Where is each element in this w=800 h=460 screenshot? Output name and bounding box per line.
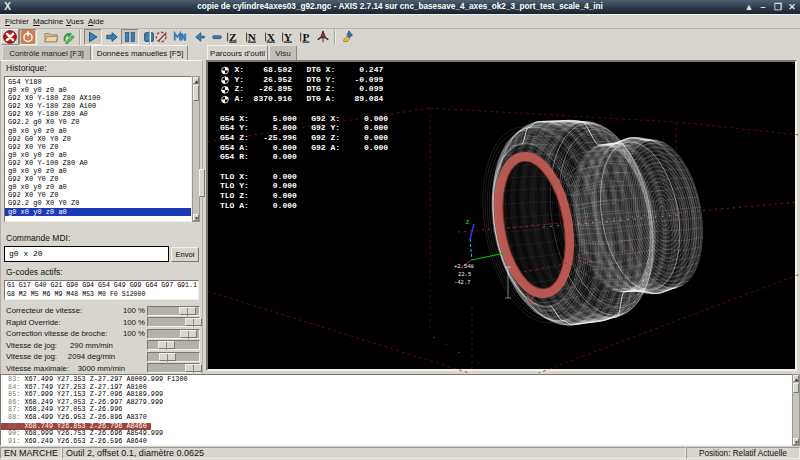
- svg-text:-42.7: -42.7: [454, 279, 471, 286]
- svg-text:N: N: [248, 31, 257, 43]
- svg-text:+2.548: +2.548: [454, 263, 474, 270]
- svg-text:22.5: 22.5: [458, 271, 471, 278]
- svg-text:Z: Z: [466, 220, 469, 226]
- svg-text:P: P: [302, 31, 309, 43]
- svg-text:X: X: [267, 31, 276, 43]
- svg-text:Y: Y: [284, 31, 292, 43]
- svg-text:Z: Z: [229, 31, 237, 43]
